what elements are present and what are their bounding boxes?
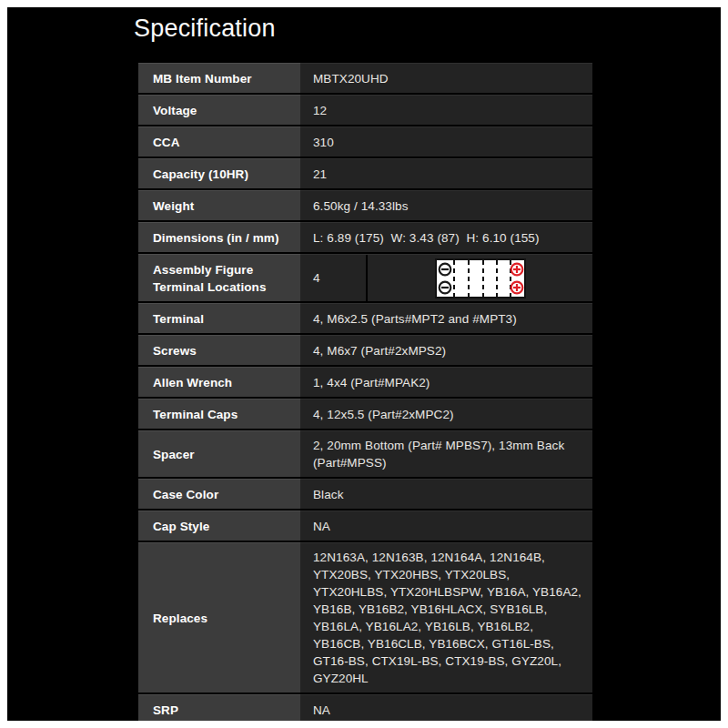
spec-row: Screws4, M6x7 (Part#2xMPS2) bbox=[138, 335, 592, 365]
spec-row-value: Black bbox=[300, 479, 592, 509]
spec-row-value: 12N163A, 12N163B, 12N164A, 12N164B, YTX2… bbox=[300, 542, 592, 693]
spec-row: Allen Wrench1, 4x4 (Part#MPAK2) bbox=[138, 367, 592, 397]
assembly-figure-area bbox=[368, 255, 592, 301]
spec-row: Dimensions (in / mm)L: 6.89 (175) W: 3.4… bbox=[138, 222, 592, 252]
spec-row-label: Screws bbox=[138, 335, 300, 365]
spec-row: Spacer2, 20mm Bottom (Part# MPBS7), 13mm… bbox=[138, 430, 592, 477]
spec-row-label: Dimensions (in / mm) bbox=[138, 222, 300, 252]
spec-row-label: Case Color bbox=[138, 479, 300, 509]
spec-row: Voltage12 bbox=[138, 95, 592, 125]
spec-row-value: 4, 12x5.5 (Part#2xMPC2) bbox=[300, 399, 592, 429]
spec-row-label: Terminal Caps bbox=[138, 399, 300, 429]
spec-row-label: Replaces bbox=[138, 542, 300, 693]
spec-row-value: NA bbox=[300, 511, 592, 541]
spec-table: MB Item NumberMBTX20UHDVoltage12CCA310Ca… bbox=[138, 63, 592, 721]
spec-row: MB Item NumberMBTX20UHD bbox=[138, 63, 592, 93]
assembly-figure-cell: 4 bbox=[300, 254, 592, 301]
spec-row-value: 4, M6x7 (Part#2xMPS2) bbox=[300, 335, 592, 365]
spec-row: Assembly Figure Terminal Locations4 bbox=[138, 254, 592, 301]
battery-terminal-diagram bbox=[435, 258, 526, 298]
spec-row-value: MBTX20UHD bbox=[300, 63, 592, 93]
spec-row: CCA310 bbox=[138, 126, 592, 157]
assembly-figure-count: 4 bbox=[300, 255, 366, 301]
spec-row-label: Capacity (10HR) bbox=[138, 158, 300, 188]
spec-row: SRPNA bbox=[138, 694, 592, 721]
spec-row: Terminal4, M6x2.5 (Parts#MPT2 and #MPT3) bbox=[138, 303, 592, 333]
spec-row-value: NA bbox=[300, 694, 592, 721]
spec-row-value: 21 bbox=[300, 158, 592, 188]
spec-row-value: L: 6.89 (175) W: 3.43 (87) H: 6.10 (155) bbox=[300, 222, 592, 252]
spec-row-value: 6.50kg / 14.33lbs bbox=[300, 190, 592, 220]
spec-row-label: Weight bbox=[138, 190, 300, 220]
spec-row-label: CCA bbox=[138, 126, 300, 157]
spec-row-value: 4, M6x2.5 (Parts#MPT2 and #MPT3) bbox=[300, 303, 592, 333]
spec-row: Capacity (10HR)21 bbox=[138, 158, 592, 188]
spec-row: Terminal Caps4, 12x5.5 (Part#2xMPC2) bbox=[138, 399, 592, 429]
page-title: Specification bbox=[134, 15, 721, 43]
spec-row: Weight6.50kg / 14.33lbs bbox=[138, 190, 592, 220]
spec-row-value: 1, 4x4 (Part#MPAK2) bbox=[300, 367, 592, 397]
spec-row: Case ColorBlack bbox=[138, 479, 592, 509]
spec-row-label: Assembly Figure Terminal Locations bbox=[138, 254, 300, 301]
spec-row-label: Allen Wrench bbox=[138, 367, 300, 397]
spec-row-label: SRP bbox=[138, 694, 300, 721]
spec-row: Cap StyleNA bbox=[138, 511, 592, 541]
spec-panel: Specification MB Item NumberMBTX20UHDVol… bbox=[7, 7, 721, 721]
spec-row-value: 2, 20mm Bottom (Part# MPBS7), 13mm Back … bbox=[300, 430, 592, 477]
spec-row: Replaces12N163A, 12N163B, 12N164A, 12N16… bbox=[138, 542, 592, 693]
spec-row-value: 310 bbox=[300, 126, 592, 157]
spec-row-label: MB Item Number bbox=[138, 63, 300, 93]
spec-row-label: Terminal bbox=[138, 303, 300, 333]
spec-row-label: Cap Style bbox=[138, 511, 300, 541]
spec-row-value: 12 bbox=[300, 95, 592, 125]
spec-row-label: Voltage bbox=[138, 95, 300, 125]
spec-row-label: Spacer bbox=[138, 430, 300, 477]
